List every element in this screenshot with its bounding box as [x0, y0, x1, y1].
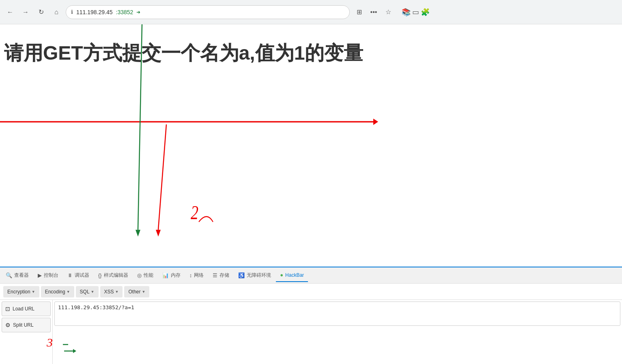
split-url-button[interactable]: ⚙ Split URL	[2, 318, 51, 332]
url-buttons: ⊡ Load URL ⚙ Split URL	[0, 300, 53, 364]
console-icon: ▶	[38, 272, 42, 278]
menu-button[interactable]: •••	[368, 6, 380, 18]
tab-inspector[interactable]: 🔍 查看器	[2, 269, 33, 282]
network-icon: ↕	[189, 272, 192, 278]
xss-arrow: ▼	[115, 290, 119, 294]
encryption-label: Encryption	[7, 289, 30, 295]
home-button[interactable]: ⌂	[50, 6, 62, 18]
devtools-tabbar: 🔍 查看器 ▶ 控制台 ⏸ 调试器 {} 样式编辑器 ◎ 性能 📊 内存 ↕ 网…	[0, 267, 622, 284]
security-icon: ℹ	[71, 9, 73, 15]
tab-accessibility-label: 无障碍环境	[247, 272, 271, 279]
other-button[interactable]: Other ▼	[124, 286, 149, 297]
memory-icon: 📊	[162, 272, 169, 278]
encryption-button[interactable]: Encryption ▼	[3, 286, 39, 297]
back-button[interactable]: ←	[4, 6, 16, 18]
forward-button[interactable]: →	[19, 6, 32, 18]
style-icon: {}	[98, 272, 102, 278]
tab-memory-label: 内存	[171, 272, 181, 279]
browser-actions: ⊞ ••• ☆	[353, 6, 394, 18]
tab-hackbar-label: HackBar	[285, 272, 304, 278]
tab-console[interactable]: ▶ 控制台	[34, 269, 62, 282]
tab-performance-label: 性能	[144, 272, 153, 279]
address-bar: ℹ 111.198.29.45:33852 ➜	[66, 5, 350, 19]
tab-style-editor[interactable]: {} 样式编辑器	[94, 269, 132, 282]
tab-network-label: 网络	[194, 272, 204, 279]
tab-storage-label: 存储	[220, 272, 229, 279]
reload-button[interactable]: ↻	[35, 6, 47, 18]
url-arrow: ➜	[136, 9, 140, 15]
url-port: :33852	[116, 9, 133, 15]
xss-label: XSS	[104, 289, 114, 295]
sql-button[interactable]: SQL ▼	[76, 286, 99, 297]
bookmark-button[interactable]: ☆	[382, 6, 394, 18]
tab-style-label: 样式编辑器	[104, 272, 128, 279]
svg-text:2: 2	[191, 202, 198, 224]
encryption-arrow: ▼	[32, 290, 35, 294]
encoding-button[interactable]: Encoding ▼	[41, 286, 74, 297]
load-url-button[interactable]: ⊡ Load URL	[2, 302, 51, 316]
hackbar-content: ⊡ Load URL ⚙ Split URL	[0, 300, 622, 364]
tab-memory[interactable]: 📊 内存	[158, 269, 185, 282]
svg-line-4	[158, 125, 166, 230]
url-input-area	[53, 300, 622, 364]
svg-marker-1	[373, 118, 378, 125]
sidebar-icon: ▭	[412, 8, 419, 17]
xss-button[interactable]: XSS ▼	[100, 286, 123, 297]
debugger-icon: ⏸	[67, 272, 73, 278]
split-url-label: Split URL	[13, 322, 34, 328]
svg-marker-3	[136, 230, 140, 237]
page-heading: 请用GET方式提交一个名为a,值为1的变量	[0, 24, 622, 66]
inspector-icon: 🔍	[6, 272, 12, 278]
split-url-icon: ⚙	[5, 322, 11, 328]
other-arrow: ▼	[142, 290, 145, 294]
encoding-label: Encoding	[45, 289, 65, 295]
tab-network[interactable]: ↕ 网络	[185, 269, 208, 282]
sql-arrow: ▼	[91, 290, 95, 294]
hackbar-icon: ●	[280, 272, 283, 278]
tab-debugger-label: 调试器	[75, 272, 89, 279]
devtools-panel: 🔍 查看器 ▶ 控制台 ⏸ 调试器 {} 样式编辑器 ◎ 性能 📊 内存 ↕ 网…	[0, 267, 622, 364]
extension-icon: 🧩	[421, 8, 430, 17]
url-section: ⊡ Load URL ⚙ Split URL	[0, 300, 622, 364]
sql-label: SQL	[80, 289, 90, 295]
tab-debugger[interactable]: ⏸ 调试器	[63, 269, 93, 282]
load-url-icon: ⊡	[5, 306, 10, 312]
other-label: Other	[128, 289, 140, 295]
svg-marker-5	[156, 230, 161, 237]
hackbar-toolbar: Encryption ▼ Encoding ▼ SQL ▼ XSS ▼ Othe…	[0, 284, 622, 300]
page-content: 请用GET方式提交一个名为a,值为1的变量 2	[0, 24, 622, 267]
accessibility-icon: ♿	[238, 272, 245, 278]
tab-storage[interactable]: ☰ 存储	[209, 269, 233, 282]
browser-right-icons: 📚 ▭ 🧩	[402, 8, 430, 17]
qr-button[interactable]: ⊞	[353, 6, 365, 18]
shelf-icon: 📚	[402, 8, 411, 17]
tab-accessibility[interactable]: ♿ 无障碍环境	[234, 269, 275, 282]
tab-console-label: 控制台	[44, 272, 58, 279]
encoding-arrow: ▼	[67, 290, 70, 294]
load-url-label: Load URL	[13, 306, 34, 312]
performance-icon: ◎	[137, 272, 142, 278]
storage-icon: ☰	[213, 272, 217, 278]
tab-hackbar[interactable]: ● HackBar	[276, 269, 308, 282]
browser-chrome: ← → ↻ ⌂ ℹ 111.198.29.45:33852 ➜ ⊞ ••• ☆ …	[0, 0, 622, 24]
url-input[interactable]	[54, 302, 620, 326]
url-base: 111.198.29.45	[76, 9, 113, 15]
tab-performance[interactable]: ◎ 性能	[133, 269, 157, 282]
tab-inspector-label: 查看器	[14, 272, 29, 279]
